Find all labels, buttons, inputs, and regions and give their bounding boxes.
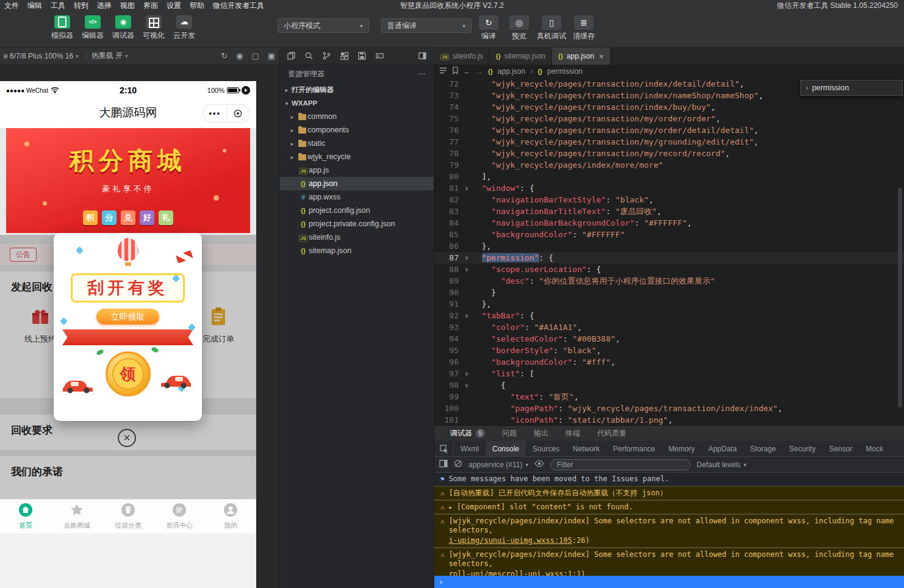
git-branch-icon[interactable]: [322, 51, 331, 60]
editor-scrollbar[interactable]: [898, 188, 902, 407]
menu-item[interactable]: 编辑: [23, 1, 46, 11]
device-frame-icon[interactable]: ▢: [251, 51, 259, 60]
code-line-89[interactable]: 89 "desc": "你的位置信息将用于小程序位置接口的效果展示": [434, 275, 904, 287]
project-root-section[interactable]: ▾ WXAPP: [279, 96, 434, 110]
devtools-tab-sources[interactable]: Sources: [526, 441, 566, 456]
panel-tab-终端[interactable]: 终端: [557, 426, 589, 441]
clearcache-button[interactable]: ≣清缓存: [570, 15, 598, 41]
tree-folder-common[interactable]: ▸common: [279, 110, 434, 123]
more-menu-button[interactable]: ●●●: [203, 110, 226, 117]
extensions-icon[interactable]: [340, 51, 349, 60]
tree-file-project-private-config-json[interactable]: {}project.private.config.json: [279, 217, 434, 231]
tab-trash[interactable]: 垃圾分类: [102, 500, 154, 533]
menu-item[interactable]: 设置: [162, 1, 185, 11]
log-levels-select[interactable]: Default levels ▾: [697, 461, 747, 469]
tree-file-sitemap-json[interactable]: {}sitemap.json: [279, 244, 434, 257]
expand-caret-icon[interactable]: ▸: [449, 503, 453, 512]
claim-button[interactable]: 立即领取: [96, 309, 159, 324]
console-message[interactable]: ⚑Some messages have been moved to the Is…: [434, 473, 904, 486]
realdevice-button[interactable]: ▯真机调试: [536, 15, 567, 41]
code-line-86[interactable]: 86 },: [434, 240, 904, 252]
open-editors-section[interactable]: ▸ 打开的编辑器: [279, 83, 434, 96]
code-line-97[interactable]: 97∨ "list": [: [434, 368, 904, 379]
devtools-tab-mock[interactable]: Mock: [859, 441, 890, 456]
code-line-95[interactable]: 95 "borderStyle": "black",: [434, 345, 904, 356]
breadcrumb-file[interactable]: app.json: [498, 67, 525, 76]
code-line-87[interactable]: 87∨ "permission": {: [434, 252, 904, 264]
popup-close-button[interactable]: ✕: [118, 429, 136, 447]
console-prompt[interactable]: ›: [434, 576, 904, 588]
menu-item[interactable]: 文件: [0, 1, 23, 11]
clear-console-icon[interactable]: [454, 459, 462, 470]
npm-scripts-icon[interactable]: [375, 51, 384, 60]
devtools-tab-console[interactable]: Console: [486, 441, 526, 456]
code-line-79[interactable]: 79 "wjyk_recycle/pages/index/more/more": [434, 159, 904, 171]
gold-coin[interactable]: 领: [106, 351, 151, 396]
close-minimize-button[interactable]: [227, 109, 250, 118]
editor-tab-app-json[interactable]: {}app.json×: [552, 48, 611, 65]
devtools-tab-appdata[interactable]: AppData: [701, 441, 744, 456]
breadcrumb-symbol[interactable]: permission: [547, 67, 583, 76]
console-message[interactable]: ⚠▸[Component] slot "content" is not foun…: [434, 500, 904, 514]
eye-icon[interactable]: [534, 460, 544, 469]
detach-window-icon[interactable]: ▣: [268, 51, 275, 60]
files-icon[interactable]: [287, 51, 296, 60]
code-line-77[interactable]: 77 "wjyk_recycle/pages/transaction/my/gr…: [434, 136, 904, 148]
devtools-tab-storage[interactable]: Storage: [744, 441, 783, 456]
tree-folder-wjyk-recycle[interactable]: ▸wjyk_recycle: [279, 150, 434, 163]
toolbar-edit-button[interactable]: 编辑器: [78, 15, 107, 41]
panel-tab-代码质量[interactable]: 代码质量: [589, 426, 635, 441]
forward-icon[interactable]: →: [476, 67, 483, 76]
editor-tab-sitemap-json[interactable]: {}sitemap.json: [490, 48, 552, 65]
console-message[interactable]: ⚠[wjyk_recycle/pages/index/index] Some s…: [434, 514, 904, 548]
tree-file-app-json[interactable]: {}app.json: [279, 177, 434, 190]
code-line-91[interactable]: 91 },: [434, 298, 904, 310]
tab-user[interactable]: 我的: [205, 500, 256, 533]
search-icon[interactable]: [304, 51, 314, 60]
tree-file-app-js[interactable]: JSapp.js: [279, 163, 434, 177]
devtools-tab-memory[interactable]: Memory: [662, 441, 701, 456]
console-filter-input[interactable]: [550, 459, 691, 470]
devtools-tab-network[interactable]: Network: [566, 441, 606, 456]
code-line-83[interactable]: 83 "navigationBarTitleText": "废品回收",: [434, 206, 904, 217]
code-line-99[interactable]: 99 "text": "首页",: [434, 391, 904, 403]
menu-item[interactable]: 视图: [116, 1, 139, 11]
code-line-81[interactable]: 81∨ "window": {: [434, 182, 904, 194]
tree-file-project-config-json[interactable]: {}project.config.json: [279, 204, 434, 217]
save-all-icon[interactable]: [357, 51, 367, 60]
code-line-101[interactable]: 101 "iconPath": "static/tabbar/1.png",: [434, 414, 904, 425]
code-line-94[interactable]: 94 "selectedColor": "#00B388",: [434, 333, 904, 345]
rotate-icon[interactable]: ↻: [221, 51, 228, 60]
back-icon[interactable]: ←: [464, 67, 471, 76]
menu-item[interactable]: 工具: [46, 1, 70, 11]
code-line-82[interactable]: 82 "navigationBarTextStyle": "black",: [434, 194, 904, 206]
device-select[interactable]: e 6/7/8 Plus 100% 16: [4, 52, 73, 60]
editor-tab-siteinfo-js[interactable]: JSsiteinfo.js: [434, 48, 490, 65]
toggle-panel-icon[interactable]: [418, 51, 427, 60]
panel-tab-调试器[interactable]: 调试器5: [442, 426, 493, 441]
code-line-85[interactable]: 85 "backgroundColor": "#FFFFFF": [434, 229, 904, 240]
tab-home[interactable]: 首页: [0, 500, 51, 533]
execution-context-select[interactable]: appservice (#11) ▾: [468, 461, 528, 469]
bookmark-icon[interactable]: [452, 66, 459, 76]
menu-item[interactable]: 微信开发者工具: [209, 1, 268, 11]
points-mall-banner[interactable]: 积分商城 豪礼享不停 积分兑好礼: [6, 128, 250, 233]
tree-file-siteinfo-js[interactable]: JSsiteinfo.js: [279, 231, 434, 244]
panel-tab-问题[interactable]: 问题: [493, 426, 525, 441]
mode-select[interactable]: 小程序模式 ▾: [278, 18, 369, 33]
code-line-76[interactable]: 76 "wjyk_recycle/pages/transaction/my/or…: [434, 124, 904, 136]
console-message[interactable]: ⚠[自动热重载] 已开启代码文件保存后自动热重载（不支持 json）: [434, 486, 904, 500]
code-line-93[interactable]: 93 "color": "#A1A1A1",: [434, 321, 904, 333]
toolbar-sim-button[interactable]: 模拟器: [48, 15, 77, 41]
toolbar-visual-button[interactable]: 可视化: [139, 15, 168, 41]
outline-icon[interactable]: [439, 66, 447, 76]
tree-file-app-wxss[interactable]: #app.wxss: [279, 190, 434, 204]
code-line-74[interactable]: 74 "wjyk_recycle/pages/transaction/index…: [434, 101, 904, 113]
code-line-98[interactable]: 98∨ {: [434, 379, 904, 391]
console-source-link[interactable]: i-upimg/sunui-upimg.wxss:105: [449, 536, 572, 545]
console-source-link[interactable]: roll-uni/mescroll-uni.wxss:1: [449, 570, 572, 576]
close-icon[interactable]: ×: [599, 52, 604, 61]
more-actions-icon[interactable]: ⋯: [418, 70, 425, 78]
code-line-100[interactable]: 100 "pagePath": "wjyk_recycle/pages/tran…: [434, 403, 904, 414]
compile-button[interactable]: ↻编译: [475, 15, 503, 41]
